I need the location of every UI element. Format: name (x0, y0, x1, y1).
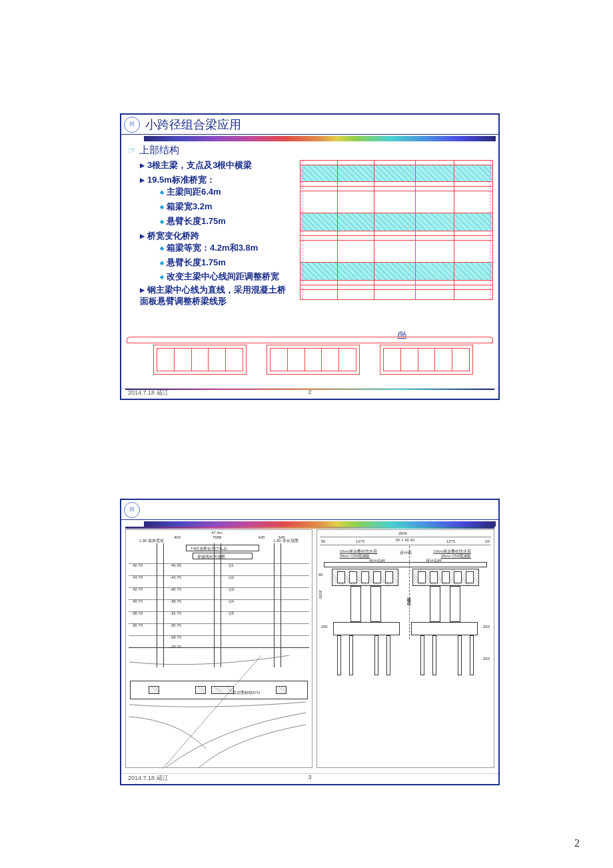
note: T4匝道桥台背(T4L2) (191, 546, 227, 552)
box-girder (153, 345, 247, 375)
plan-girder-band (301, 262, 492, 281)
cell (338, 349, 356, 371)
elev: -28.70 (170, 635, 181, 639)
plan-girder-band (301, 213, 492, 231)
pile (420, 635, 424, 675)
cell (361, 571, 369, 583)
layer (129, 587, 309, 588)
label: 设计线 (400, 550, 412, 556)
deck (324, 562, 487, 567)
cell (225, 349, 243, 371)
cell (373, 571, 381, 583)
list-item: 桥宽变化桥跨 箱梁等宽：4.2m和3.8m 悬臂长度1.75m 改变主梁中心线间… (140, 230, 288, 282)
soil: Q3 (229, 587, 234, 591)
cell (349, 571, 357, 583)
pointer-icon: ☞ (128, 145, 137, 155)
layer (129, 575, 309, 576)
elev: -32.70 (170, 611, 181, 615)
dim: 1275 (446, 539, 455, 543)
elev: 38.70 (133, 611, 143, 615)
deck-slab (127, 337, 493, 343)
sub-item: 箱梁宽3.2m (160, 201, 288, 213)
section-heading: ☞上部结构 (128, 144, 492, 157)
cell (337, 571, 345, 583)
dim: 400 (174, 535, 181, 539)
left-drawing: 47.0m 1.80 墙身底座 1.80 承台顶面 400 7988 645 6… (125, 529, 312, 768)
slide2-header: 同 (121, 500, 498, 520)
cell (418, 349, 435, 371)
pile (337, 635, 341, 675)
university-logo-icon: 同 (124, 117, 140, 133)
dim-total: 2800 (398, 531, 407, 535)
sub-list: 主梁间距6.4m 箱梁宽3.2m 悬臂长度1.75m (140, 186, 288, 227)
note-box: 穿越现有河道桥 (193, 553, 253, 559)
section-text: 上部结构 (139, 144, 179, 155)
layer (129, 563, 309, 564)
pile (470, 635, 474, 675)
dim: 50 (321, 539, 326, 543)
elev: -28.30 (170, 645, 181, 649)
sub-item: 箱梁等宽：4.2m和3.8m (160, 242, 288, 254)
elev: -40.70 (170, 587, 181, 591)
plan-crossbeam (337, 161, 338, 299)
cell (321, 349, 338, 371)
girder-cells (383, 348, 470, 371)
cell (208, 349, 225, 371)
sub-item: 主梁间距6.4m (160, 186, 288, 198)
layer (129, 623, 309, 624)
list-item: 钢主梁中心线为直线，采用混凝土桥面板悬臂调整桥梁线形 (140, 285, 288, 307)
slide-page: 2 (308, 389, 311, 395)
pile (374, 635, 378, 675)
top-dim: 47.0m (211, 531, 223, 535)
plan-view-diagram (300, 160, 493, 300)
soil: Q5 (229, 611, 234, 615)
cell (434, 349, 452, 371)
shaft (214, 543, 215, 667)
note: 25cm C50现浇板 (441, 553, 471, 559)
university-logo-icon: 同 (124, 502, 140, 518)
elev: -38.70 (170, 599, 181, 603)
dim-h1: 60 (318, 573, 323, 577)
cell (174, 349, 191, 371)
cell (271, 349, 287, 371)
item-text: 钢主梁中心线为直线，采用混凝土桥面板悬臂调整桥梁线形 (140, 285, 286, 306)
row-label: 1.80 承台顶面 (273, 538, 298, 544)
box-girder (267, 345, 360, 375)
cell (191, 349, 209, 371)
box-girder (380, 345, 473, 375)
footer-spacer (490, 774, 492, 783)
list-item: 3根主梁，支点及3根中横梁 (140, 159, 288, 171)
dim: 645 (259, 535, 265, 539)
soil: Q4 (229, 599, 234, 603)
svg-line-0 (163, 655, 263, 769)
pile (349, 635, 353, 675)
footer-spacer (490, 389, 492, 397)
item-text: 3根主梁，支点及3根中横梁 (147, 160, 252, 170)
rainbow-bar-icon (144, 521, 496, 527)
cell (442, 571, 450, 583)
elev: 42.70 (133, 587, 143, 591)
dim: 50 × 35 50 (396, 538, 415, 542)
soil: Q1 (229, 563, 234, 567)
cell (157, 349, 174, 371)
pile-cap (333, 622, 400, 635)
pile-cap (411, 622, 478, 635)
cell (384, 349, 400, 371)
cell (466, 571, 474, 583)
slide-2: 同 47.0m 1.80 墙身底座 1.80 承台顶面 400 7988 645… (120, 499, 500, 785)
plan-edge (303, 161, 303, 299)
list-item: 19.5m标准桥宽： 主梁间距6.4m 箱梁宽3.2m 悬臂长度1.75m (140, 174, 288, 227)
shaft (281, 543, 281, 667)
sub-item: 悬臂长度1.75m (160, 215, 288, 227)
document-page-number: 2 (574, 837, 580, 849)
plan-crossbeam (374, 161, 374, 299)
cell (430, 571, 438, 583)
slide-page: 3 (308, 774, 311, 781)
slide2-footer: 2014.7.18 靖江 3 (121, 773, 498, 783)
column (450, 586, 460, 622)
cross-section-diagram: i% (127, 325, 493, 388)
cell (452, 349, 469, 371)
footer-date: 2014.7.18 靖江 (128, 389, 169, 397)
column (350, 586, 361, 622)
cell (287, 349, 305, 371)
